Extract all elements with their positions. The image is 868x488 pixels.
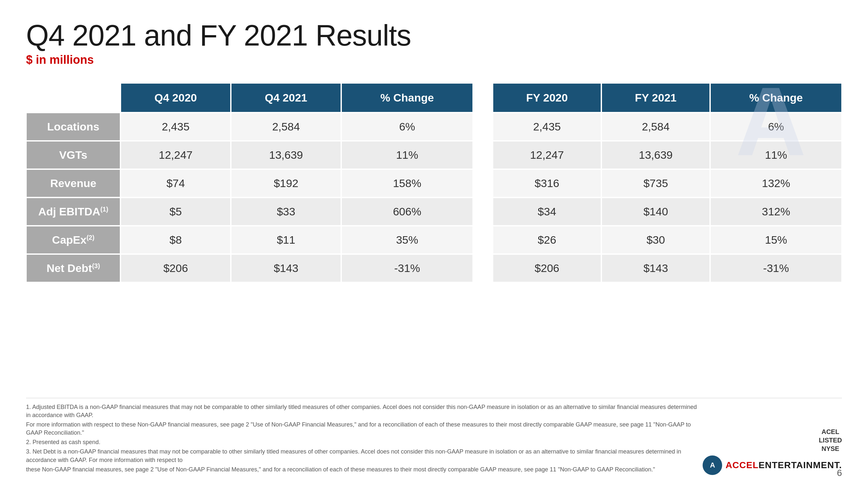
title-section: Q4 2021 and FY 2021 Results $ in million…: [26, 20, 842, 67]
cell-fy-change-1: 11%: [710, 141, 842, 169]
cell-q4-change-0: 6%: [341, 112, 473, 141]
cell-gap-3: [473, 197, 493, 226]
cell-q4-2020-5: $206: [121, 254, 231, 282]
table-row: CapEx(2)$8$1135%$26$3015%: [26, 226, 842, 254]
footnotes-container: 1. Adjusted EBITDA is a non-GAAP financi…: [26, 403, 703, 475]
row-label-0: Locations: [26, 112, 121, 141]
footnote-4: these Non-GAAP financial measures, see p…: [26, 465, 703, 474]
stock-listing: ACEL LISTED NYSE: [819, 427, 842, 453]
cell-q4-2021-0: 2,584: [231, 112, 341, 141]
cell-fy-2020-5: $206: [493, 254, 601, 282]
header-fy-change: % Change: [710, 83, 842, 112]
table-body: Locations2,4352,5846%2,4352,5846%VGTs12,…: [26, 112, 842, 282]
table-row: Adj EBITDA(1)$5$33606%$34$140312%: [26, 197, 842, 226]
cell-q4-2021-2: $192: [231, 169, 341, 197]
cell-q4-2021-4: $11: [231, 226, 341, 254]
table-row: Revenue$74$192158%$316$735132%: [26, 169, 842, 197]
cell-fy-change-3: 312%: [710, 197, 842, 226]
listing-line3: NYSE: [819, 445, 842, 453]
cell-q4-change-4: 35%: [341, 226, 473, 254]
cell-fy-2020-1: 12,247: [493, 141, 601, 169]
cell-fy-2021-2: $735: [601, 169, 710, 197]
cell-fy-2020-2: $316: [493, 169, 601, 197]
header-gap: [473, 83, 493, 112]
cell-fy-2021-0: 2,584: [601, 112, 710, 141]
brand-name: ACCELENTERTAINMENT.: [725, 460, 842, 470]
header-empty: [26, 83, 121, 112]
row-label-3: Adj EBITDA(1): [26, 197, 121, 226]
listing-line1: ACEL: [819, 427, 842, 436]
header-fy-2021: FY 2021: [601, 83, 710, 112]
table-row: Net Debt(3)$206$143-31%$206$143-31%: [26, 254, 842, 282]
cell-q4-change-2: 158%: [341, 169, 473, 197]
cell-fy-change-5: -31%: [710, 254, 842, 282]
footer-section: 1. Adjusted EBITDA is a non-GAAP financi…: [26, 398, 842, 475]
table-row: Locations2,4352,5846%2,4352,5846%: [26, 112, 842, 141]
cell-fy-2021-3: $140: [601, 197, 710, 226]
brand-name-red: ACCEL: [725, 460, 758, 470]
footnote-1: For more information with respect to the…: [26, 421, 703, 437]
page-container: A Q4 2021 and FY 2021 Results $ in milli…: [0, 0, 868, 488]
cell-fy-2020-0: 2,435: [493, 112, 601, 141]
cell-q4-2021-3: $33: [231, 197, 341, 226]
page-subtitle: $ in millions: [26, 53, 842, 67]
cell-q4-2021-5: $143: [231, 254, 341, 282]
brand-logo: A ACCELENTERTAINMENT.: [703, 455, 842, 475]
cell-fy-2021-1: 13,639: [601, 141, 710, 169]
page-number: 6: [837, 468, 842, 478]
cell-q4-2020-1: 12,247: [121, 141, 231, 169]
footnote-2: 2. Presented as cash spend.: [26, 438, 703, 446]
header-q4-2021: Q4 2021: [231, 83, 341, 112]
cell-q4-change-3: 606%: [341, 197, 473, 226]
cell-fy-change-4: 15%: [710, 226, 842, 254]
cell-q4-2020-3: $5: [121, 197, 231, 226]
results-table: Q4 2020 Q4 2021 % Change FY 2020 FY 2021…: [26, 83, 842, 282]
cell-gap-4: [473, 226, 493, 254]
footnote-0: 1. Adjusted EBITDA is a non-GAAP financi…: [26, 403, 703, 419]
page-title: Q4 2021 and FY 2021 Results: [26, 20, 842, 52]
cell-q4-2020-2: $74: [121, 169, 231, 197]
brand-circle-icon: A: [703, 455, 722, 475]
table-header-row: Q4 2020 Q4 2021 % Change FY 2020 FY 2021…: [26, 83, 842, 112]
listing-line2: LISTED: [819, 436, 842, 445]
cell-q4-change-1: 11%: [341, 141, 473, 169]
cell-gap-1: [473, 141, 493, 169]
cell-fy-2020-4: $26: [493, 226, 601, 254]
cell-fy-2021-4: $30: [601, 226, 710, 254]
row-label-5: Net Debt(3): [26, 254, 121, 282]
header-fy-2020: FY 2020: [493, 83, 601, 112]
cell-gap-0: [473, 112, 493, 141]
cell-q4-2020-4: $8: [121, 226, 231, 254]
brand-name-black: ENTERTAINMENT.: [758, 460, 842, 470]
brand-section: ACEL LISTED NYSE A ACCELENTERTAINMENT.: [703, 427, 842, 475]
table-row: VGTs12,24713,63911%12,24713,63911%: [26, 141, 842, 169]
cell-fy-change-2: 132%: [710, 169, 842, 197]
cell-q4-2021-1: 13,639: [231, 141, 341, 169]
row-label-4: CapEx(2): [26, 226, 121, 254]
results-table-section: Q4 2020 Q4 2021 % Change FY 2020 FY 2021…: [26, 83, 842, 388]
cell-fy-change-0: 6%: [710, 112, 842, 141]
header-q4-change: % Change: [341, 83, 473, 112]
row-label-2: Revenue: [26, 169, 121, 197]
cell-gap-2: [473, 169, 493, 197]
header-q4-2020: Q4 2020: [121, 83, 231, 112]
cell-q4-change-5: -31%: [341, 254, 473, 282]
cell-fy-2020-3: $34: [493, 197, 601, 226]
cell-q4-2020-0: 2,435: [121, 112, 231, 141]
cell-fy-2021-5: $143: [601, 254, 710, 282]
row-label-1: VGTs: [26, 141, 121, 169]
footnote-3: 3. Net Debt is a non-GAAP financial meas…: [26, 448, 703, 464]
cell-gap-5: [473, 254, 493, 282]
